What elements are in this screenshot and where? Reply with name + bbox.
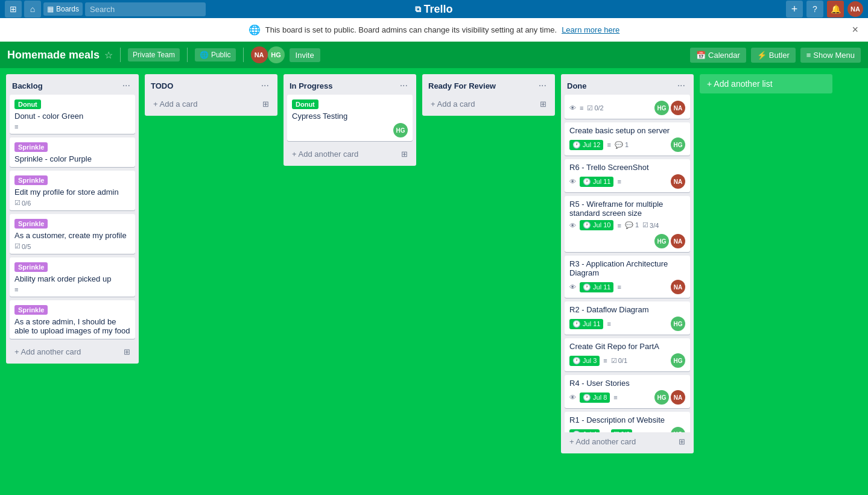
learn-more-link[interactable]: Learn more here [562,25,619,34]
desc-icon-r4: ≡ [613,394,617,401]
checklist-icon-d0: ☑ [587,104,593,112]
card-title-r5: R5 - Wireframe for multiple standard scr… [569,200,685,218]
card-r1[interactable]: R1 - Description of Website 🕐 Jul 4 ≡ ☑ … [565,412,690,432]
member-na-r5: NA [671,234,685,248]
card-label-sprinkle3: Sprinkle [14,219,48,229]
list-menu-backlog[interactable]: ··· [120,79,133,92]
card-r3[interactable]: R3 - Application Architecture Diagram 👁 … [565,256,690,298]
add-card-review[interactable]: + Add a card ⊞ [426,96,551,112]
date-r3: 🕐 Jul 11 [580,282,613,292]
card-title-r4: R4 - User Stories [569,379,685,388]
card-cypress-testing[interactable]: Donut Cypress Testing HG [287,95,413,141]
desc-icon-r1: ≡ [603,430,607,432]
add-btn[interactable]: + [786,1,803,17]
butler-icon: ⚡ [757,51,767,60]
done-meta-basic: 🕐 Jul 12 ≡ 💬 1 HG [569,137,685,152]
card-sprinkle-purple[interactable]: Sprinkle Sprinkle - color Purple [10,137,135,167]
members-r1: HG [671,427,685,432]
date-r4: 🕐 Jul 8 [580,393,610,403]
invite-btn[interactable]: Invite [290,48,320,62]
card-order-pickup[interactable]: Sprinkle Ability mark order picked up ≡ [10,257,135,297]
team-badge[interactable]: Private Team [128,48,180,61]
checklist-badge-customer: ☑ 0/5 [14,242,31,250]
desc-icon-r2: ≡ [607,320,610,327]
add-card-icon-done: ⊞ [679,437,685,446]
calendar-btn[interactable]: 📅 Calendar [690,48,746,63]
card-store-admin-images[interactable]: Sprinkle As a store admin, I should be a… [10,300,135,339]
card-footer-donut-green: ≡ [14,123,130,130]
card-done-meta[interactable]: 👁 ≡ ☑ 0/2 HG NA [565,95,690,119]
members-r3: NA [671,280,685,294]
list-menu-done[interactable]: ··· [675,79,688,92]
checklist-icon-r5: ☑ [642,221,648,229]
checklist-r1: ☑ 6/6 [611,429,632,433]
card-title-cypress: Cypress Testing [292,112,408,121]
watch-icon-r5: 👁 [569,222,576,229]
member-na[interactable]: NA [251,46,268,63]
list-header-review: Ready For Review ··· [422,74,555,95]
done-meta-r5: 👁 🕐 Jul 10 ≡ 💬 1 ☑ 3/4 HG NA [569,220,685,248]
home-icon-btn[interactable]: ⌂ [24,1,41,17]
members-r4: HG NA [654,390,685,405]
visibility-badge[interactable]: 🌐 Public [195,48,236,61]
add-card-done[interactable]: + Add another card ⊞ [565,434,690,450]
member-hg-basic: HG [671,137,685,152]
list-title-inprogress: In Progress [290,81,398,90]
add-card-todo[interactable]: + Add a card ⊞ [148,96,274,112]
list-todo: TODO ··· + Add a card ⊞ [145,74,277,116]
divider [120,48,121,62]
grid-icon-btn[interactable]: ⊞ [5,1,22,17]
add-list-btn[interactable]: + Add another list [700,74,832,93]
boards-label: Boards [56,5,79,13]
boards-btn[interactable]: ▦ Boards [43,2,83,16]
list-header-done: Done ··· [561,74,694,95]
desc-icon: ≡ [14,123,18,130]
star-btn[interactable]: ☆ [104,49,113,61]
card-customer-profile[interactable]: Sprinkle As a customer, create my profil… [10,214,135,254]
public-icon: 🌐 [200,51,209,59]
boards-icon: ▦ [47,5,54,13]
add-card-icon: ⊞ [124,347,130,356]
list-menu-review[interactable]: ··· [536,79,549,92]
add-card-backlog[interactable]: + Add another card ⊞ [10,344,135,360]
butler-btn[interactable]: ⚡ Butler [751,48,796,63]
card-git-repo[interactable]: Create Git Repo for PartA 🕐 Jul 3 ≡ ☑ 0/… [565,338,690,371]
member-hg-r1: HG [671,427,685,432]
trello-logo: ⧉ Trello [415,3,452,16]
card-r5[interactable]: R5 - Wireframe for multiple standard scr… [565,196,690,252]
list-menu-inprogress[interactable]: ··· [398,79,410,92]
card-label-sprinkle5: Sprinkle [14,305,48,315]
add-card-icon-todo: ⊞ [262,99,269,109]
menu-icon: ≡ [806,51,811,60]
info-btn[interactable]: ? [806,1,823,17]
card-edit-profile[interactable]: Sprinkle Edit my profile for store admin… [10,171,135,210]
checklist-icon2: ☑ [14,242,21,250]
board-title[interactable]: Homemade meals [7,49,100,61]
search-input[interactable] [85,2,206,16]
user-avatar[interactable]: NA [847,1,863,17]
date-basic: 🕐 Jul 12 [569,140,603,150]
card-r4[interactable]: R4 - User Stories 👁 🕐 Jul 8 ≡ HG NA [565,375,690,408]
add-card-inprogress[interactable]: + Add another card ⊞ [287,146,413,162]
member-hg-d0: HG [654,101,669,115]
add-card-icon-ip: ⊞ [401,150,408,159]
card-r2[interactable]: R2 - Dataflow Diagram 🕐 Jul 11 ≡ HG [565,301,690,335]
watch-icon-r4: 👁 [569,394,576,401]
list-menu-todo[interactable]: ··· [259,79,271,92]
card-basic-setup[interactable]: Create basic setup on server 🕐 Jul 12 ≡ … [565,122,690,156]
done-meta-r6: 👁 🕐 Jul 11 ≡ NA [569,174,685,189]
card-donut-green[interactable]: Donut Donut - color Green ≡ [10,95,135,134]
show-menu-btn[interactable]: ≡ Show Menu [800,48,861,63]
member-hg-r4: HG [654,390,669,405]
notification-btn[interactable]: 🔔 [827,1,844,17]
card-title-basic-setup: Create basic setup on server [569,126,685,135]
list-title-todo: TODO [151,81,259,90]
date-r2: 🕐 Jul 11 [569,319,603,329]
member-hg[interactable]: HG [268,46,285,63]
banner-close-btn[interactable]: × [852,24,858,36]
nav-left: ⊞ ⌂ ▦ Boards [5,1,206,17]
done-meta-row: 👁 ≡ ☑ 0/2 HG NA [569,101,685,115]
desc-icon-r6: ≡ [617,178,621,185]
card-r6[interactable]: R6 - Trello ScreenShot 👁 🕐 Jul 11 ≡ NA [565,159,690,192]
add-card-icon-review: ⊞ [540,99,546,109]
